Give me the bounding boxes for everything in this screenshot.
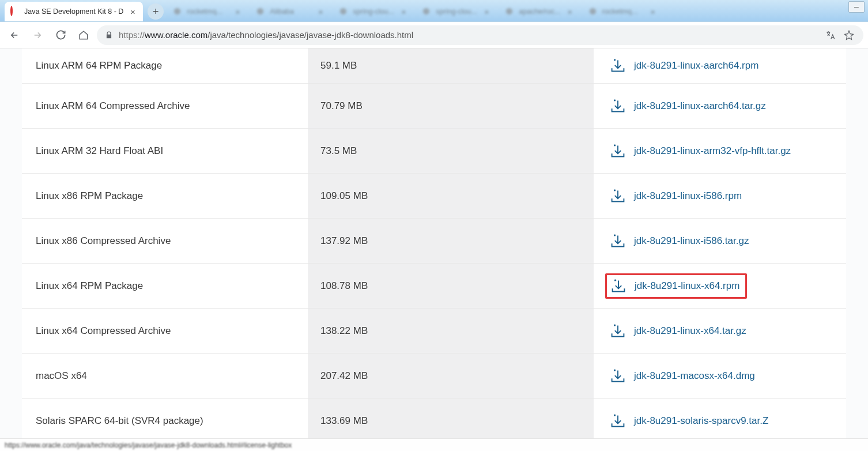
tab-close-icon[interactable]: × <box>233 7 242 16</box>
table-row: Linux ARM 64 Compressed Archive70.79 MBj… <box>22 84 846 129</box>
product-cell: Linux x86 Compressed Archive <box>22 219 308 263</box>
tab-close-icon[interactable]: × <box>316 7 325 16</box>
favicon-icon <box>339 7 348 16</box>
product-cell: Linux x64 RPM Package <box>22 264 308 308</box>
download-cell: jdk-8u291-linux-arm32-vfp-hflt.tar.gz <box>594 129 846 173</box>
table-row: Linux ARM 64 RPM Package59.1 MBjdk-8u291… <box>22 48 846 84</box>
inactive-tab[interactable]: rocketmq...× <box>167 2 248 21</box>
table-row: Linux ARM 32 Hard Float ABI73.5 MBjdk-8u… <box>22 129 846 174</box>
download-link[interactable]: jdk-8u291-linux-i586.rpm <box>610 189 742 204</box>
download-link[interactable]: jdk-8u291-linux-x64.rpm <box>605 273 747 299</box>
address-bar[interactable]: https://www.oracle.com/java/technologies… <box>97 25 863 45</box>
table-row: Linux x64 Compressed Archive138.22 MBjdk… <box>22 309 846 354</box>
favicon-icon <box>173 7 182 16</box>
product-cell: Linux ARM 64 RPM Package <box>22 48 308 83</box>
download-link[interactable]: jdk-8u291-solaris-sparcv9.tar.Z <box>610 414 768 429</box>
download-icon <box>610 369 626 384</box>
minimize-button[interactable]: ─ <box>848 1 865 13</box>
tab-close-icon[interactable]: × <box>565 7 575 16</box>
table-row: Linux x64 RPM Package108.78 MBjdk-8u291-… <box>22 264 846 309</box>
inactive-tab[interactable]: spring-clou...× <box>333 2 414 21</box>
download-cell: jdk-8u291-linux-aarch64.tar.gz <box>594 84 846 128</box>
tab-title: rocketmq... <box>602 7 644 16</box>
tab-close-icon[interactable]: × <box>648 7 658 16</box>
product-cell: Linux x64 Compressed Archive <box>22 309 308 353</box>
size-cell: 59.1 MB <box>308 48 594 83</box>
product-cell: Solaris SPARC 64-bit (SVR4 package) <box>22 399 308 438</box>
table-row: macOS x64207.42 MBjdk-8u291-macosx-x64.d… <box>22 354 846 399</box>
page-content: Linux ARM 64 RPM Package59.1 MBjdk-8u291… <box>0 48 868 438</box>
downloads-table: Linux ARM 64 RPM Package59.1 MBjdk-8u291… <box>22 48 846 438</box>
tab-strip: Java SE Development Kit 8 - D × + rocket… <box>0 0 663 21</box>
download-cell: jdk-8u291-linux-i586.rpm <box>594 174 846 218</box>
home-button[interactable] <box>74 25 93 45</box>
download-link[interactable]: jdk-8u291-linux-x64.tar.gz <box>610 324 746 339</box>
svg-point-1 <box>257 8 263 14</box>
download-icon <box>610 324 626 339</box>
favicon-icon <box>588 7 598 16</box>
download-filename: jdk-8u291-linux-i586.rpm <box>634 190 742 202</box>
url-text: https://www.oracle.com/java/technologies… <box>119 30 818 40</box>
inactive-tab[interactable]: spring-clou...× <box>416 2 497 21</box>
table-row: Linux x86 RPM Package109.05 MBjdk-8u291-… <box>22 174 846 219</box>
tab-title: Java SE Development Kit 8 - D <box>24 7 123 16</box>
favicon-icon <box>422 7 431 16</box>
product-cell: macOS x64 <box>22 354 308 398</box>
size-cell: 133.69 MB <box>308 399 594 438</box>
status-text: https://www.oracle.com/java/technologies… <box>5 441 292 449</box>
new-tab-button[interactable]: + <box>148 3 164 20</box>
size-cell: 207.42 MB <box>308 354 594 398</box>
download-filename: jdk-8u291-linux-arm32-vfp-hflt.tar.gz <box>634 145 791 157</box>
download-icon <box>610 189 626 204</box>
download-filename: jdk-8u291-linux-x64.tar.gz <box>634 325 746 337</box>
status-bar: https://www.oracle.com/java/technologies… <box>0 438 868 451</box>
svg-point-4 <box>506 8 512 14</box>
tab-close-icon[interactable]: × <box>482 7 491 16</box>
translate-icon[interactable] <box>824 30 837 40</box>
table-row: Solaris SPARC 64-bit (SVR4 package)133.6… <box>22 399 846 438</box>
download-link[interactable]: jdk-8u291-linux-arm32-vfp-hflt.tar.gz <box>610 144 791 159</box>
download-filename: jdk-8u291-solaris-sparcv9.tar.Z <box>634 415 768 427</box>
favicon-icon <box>505 7 514 16</box>
tab-title: rocketmq... <box>187 7 228 16</box>
download-link[interactable]: jdk-8u291-linux-aarch64.tar.gz <box>610 99 766 114</box>
oracle-favicon-icon <box>10 7 20 16</box>
window-controls: ─ <box>848 1 865 13</box>
table-row: Linux x86 Compressed Archive137.92 MBjdk… <box>22 219 846 264</box>
download-link[interactable]: jdk-8u291-macosx-x64.dmg <box>610 369 755 384</box>
tab-title: Alibaba <box>270 7 311 16</box>
product-cell: Linux ARM 64 Compressed Archive <box>22 84 308 128</box>
forward-button[interactable] <box>28 25 47 45</box>
inactive-tab[interactable]: rocketmq...× <box>583 2 663 21</box>
download-cell: jdk-8u291-linux-aarch64.rpm <box>594 48 846 83</box>
svg-point-0 <box>174 8 180 14</box>
download-link[interactable]: jdk-8u291-linux-i586.tar.gz <box>610 234 749 249</box>
lock-icon <box>105 31 113 39</box>
download-icon <box>610 58 626 73</box>
download-filename: jdk-8u291-linux-aarch64.rpm <box>634 60 758 72</box>
svg-point-5 <box>589 8 595 14</box>
download-link[interactable]: jdk-8u291-linux-aarch64.rpm <box>610 58 758 73</box>
download-filename: jdk-8u291-linux-i586.tar.gz <box>634 235 749 247</box>
download-icon <box>610 279 627 294</box>
download-icon <box>610 414 626 429</box>
inactive-tab[interactable]: apache/roc...× <box>499 2 580 21</box>
size-cell: 70.79 MB <box>308 84 594 128</box>
tab-close-icon[interactable]: × <box>399 7 408 16</box>
download-cell: jdk-8u291-macosx-x64.dmg <box>594 354 846 398</box>
download-icon <box>610 144 626 159</box>
inactive-tab[interactable]: Alibaba× <box>250 2 331 21</box>
size-cell: 73.5 MB <box>308 129 594 173</box>
favicon-icon <box>256 7 265 16</box>
back-button[interactable] <box>5 25 24 45</box>
active-tab[interactable]: Java SE Development Kit 8 - D × <box>5 2 143 21</box>
size-cell: 138.22 MB <box>308 309 594 353</box>
download-cell: jdk-8u291-linux-x64.rpm <box>594 264 846 308</box>
tab-title: apache/roc... <box>519 7 560 16</box>
size-cell: 109.05 MB <box>308 174 594 218</box>
download-filename: jdk-8u291-linux-x64.rpm <box>635 280 739 292</box>
tab-close-icon[interactable]: × <box>128 7 137 16</box>
svg-point-3 <box>423 8 429 14</box>
star-icon[interactable] <box>843 30 855 40</box>
reload-button[interactable] <box>51 25 70 45</box>
